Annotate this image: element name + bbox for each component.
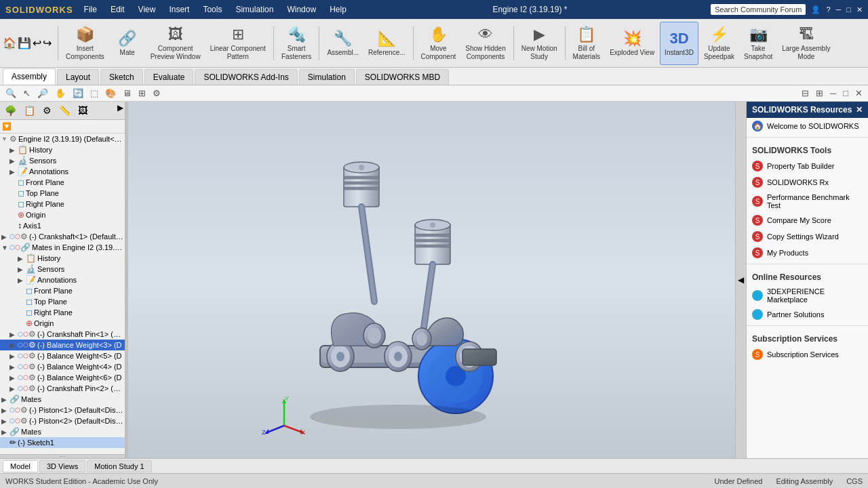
sec-appearance-icon[interactable]: 🎨 [102,87,119,99]
tab-layout[interactable]: Layout [57,69,99,85]
property-manager-icon[interactable]: 📋 [20,103,39,118]
piston1-expand[interactable]: ▶ [1,407,9,414]
tree-mates-engine[interactable]: ▼ ⬡ ⬡ 🔗 Mates in Engine I2 (3.19.19) [0,242,125,253]
menu-file[interactable]: File [81,3,100,16]
piston2-expand[interactable]: ▶ [1,418,9,425]
tab-evaluate[interactable]: Evaluate [144,69,194,85]
sensors-sub-expand[interactable]: ▶ [18,266,26,273]
tree-axis1[interactable]: ▶ ↕ Axis1 [0,220,125,231]
sec-restore-icon[interactable]: □ [840,87,851,99]
tree-balance-weight4[interactable]: ▶ ⬡ ⬡ ⚙ (-) Balance Weight<4> (D [0,361,125,372]
resources-panel-close-icon[interactable]: ✕ [856,105,863,115]
annotations-sub-expand[interactable]: ▶ [18,277,26,284]
minimize-btn[interactable]: ─ [836,5,842,14]
help-icon[interactable]: ? [826,5,830,14]
tree-balance-weight5[interactable]: ▶ ⬡ ⬡ ⚙ (-) Balance Weight<5> (D [0,350,125,361]
sec-search-icon[interactable]: 🔍 [3,87,19,99]
perf-benchmark-item[interactable]: S Performance Benchmark Test [747,190,868,212]
sec-display-icon[interactable]: 🖥 [120,87,134,99]
panel-expand-icon[interactable]: ▶ [117,103,123,118]
mates-engine-expand[interactable]: ▼ [1,244,9,251]
right-panel-toggle[interactable]: ◀ [735,102,746,458]
tab-3d-views[interactable]: 3D Views [39,460,85,472]
sec-section-icon[interactable]: ⬚ [87,87,101,99]
tab-simulation[interactable]: Simulation [299,69,355,85]
tree-front-plane-sub[interactable]: ▶ ◻ Front Plane [0,285,125,296]
history-sub-expand[interactable]: ▶ [18,255,26,262]
menu-tools[interactable]: Tools [200,3,224,16]
smart-fasteners-btn[interactable]: 🔩 SmartFasteners [277,22,315,65]
annotations-expand[interactable]: ▶ [9,168,18,176]
tab-sketch[interactable]: Sketch [100,69,143,85]
subscription-services-item[interactable]: S Subscription Services [747,346,868,363]
copy-settings-item[interactable]: S Copy Settings Wizard [747,228,868,245]
3dexperience-item[interactable]: 🌐 3DEXPERIENCE Marketplace [747,285,868,306]
undo-icon[interactable]: ↩ [33,37,41,49]
tab-motion-study-1[interactable]: Motion Study 1 [87,460,151,472]
tree-front-plane[interactable]: ▶ ◻ Front Plane [0,177,125,188]
compare-score-item[interactable]: S Compare My Score [747,212,868,228]
bw3-expand[interactable]: ▶ [9,342,18,349]
history-expand[interactable]: ▶ [9,146,18,154]
tab-assembly[interactable]: Assembly [3,68,56,85]
crankshaft1-expand[interactable]: ▶ [1,233,9,241]
menu-edit[interactable]: Edit [108,3,127,16]
save-icon[interactable]: 💾 [18,37,31,49]
sec-settings-icon[interactable]: ⚙ [150,87,163,99]
mate-btn[interactable]: 🔗 Mate [110,22,145,65]
sec-rotate-icon[interactable]: 🔄 [70,87,86,99]
menu-insert[interactable]: Insert [166,3,192,16]
my-products-item[interactable]: S My Products [747,245,868,261]
sec-min-icon[interactable]: ─ [827,87,839,99]
linear-pattern-btn[interactable]: ⊞ Linear ComponentPattern [206,22,270,65]
sec-zoom-icon[interactable]: 🔎 [35,87,51,99]
tree-balance-weight3[interactable]: ▶ ⬡ ⬡ ⚙ (-) Balance Weight<3> (D [0,340,125,350]
config-manager-icon[interactable]: ⚙ [39,103,55,118]
mates2-expand[interactable]: ▶ [1,428,9,436]
tree-right-plane-sub[interactable]: ▶ ◻ Right Plane [0,307,125,318]
user-icon[interactable]: 👤 [811,5,821,14]
instant3d-btn[interactable]: 3D Instant3D [660,22,698,65]
property-tab-builder-item[interactable]: S Property Tab Builder [747,158,868,174]
show-hidden-btn[interactable]: 👁 Show HiddenComponents [461,22,509,65]
menu-help[interactable]: Help [327,3,349,16]
tree-sensors-sub[interactable]: ▶ 🔬 Sensors [0,264,125,274]
large-assembly-btn[interactable]: 🏗 Large AssemblyMode [778,22,834,65]
sensors-expand[interactable]: ▶ [9,157,18,165]
tree-history-sub[interactable]: ▶ 📋 History [0,253,125,264]
mates-expand[interactable]: ▶ [1,396,9,403]
sw-rx-item[interactable]: S SOLIDWORKS Rx [747,174,868,190]
tree-origin[interactable]: ▶ ⊕ Origin [0,209,125,220]
exploded-view-btn[interactable]: 💥 Exploded View [606,22,658,65]
tree-mates2[interactable]: ▶ 🔗 Mates [0,426,125,437]
viewport[interactable]: Y X Z [128,102,735,458]
menu-window[interactable]: Window [284,3,319,16]
menu-view[interactable]: View [136,3,159,16]
insert-components-btn[interactable]: 📦 InsertComponents [62,22,108,65]
tree-history[interactable]: ▶ 📋 History [0,144,125,155]
tree-top-plane-sub[interactable]: ▶ ◻ Top Plane [0,296,125,307]
bw5-expand[interactable]: ▶ [9,352,18,360]
reference-btn[interactable]: 📐 Reference... [364,22,409,65]
menu-simulation[interactable]: Simulation [233,3,276,16]
sec-full-icon[interactable]: ⊞ [813,87,826,99]
home-icon[interactable]: 🏠 [3,37,16,49]
tab-solidworks-mbd[interactable]: SOLIDWORKS MBD [356,69,449,85]
tab-model[interactable]: Model [3,460,38,472]
tab-solidworks-addins[interactable]: SOLIDWORKS Add-Ins [195,69,297,85]
tree-mates[interactable]: ▶ 🔗 Mates [0,394,125,405]
tree-piston2[interactable]: ▶ ⬡ ⬡ ⚙ (-) Piston<2> (Default<Display S [0,415,125,426]
update-speedpak-btn[interactable]: ⚡ UpdateSpeedpak [700,22,738,65]
tree-annotations[interactable]: ▶ 📝 Annotations [0,166,125,177]
dim-expert-icon[interactable]: 📏 [56,103,74,118]
tree-root[interactable]: ▼ ⚙ Engine I2 (3.19.19) (Default<Disp [0,134,125,144]
tree-crankpin1[interactable]: ▶ ⬡ ⬡ ⚙ (-) Crankshaft Pin<1> (Def [0,329,125,340]
bw4-expand[interactable]: ▶ [9,363,18,371]
tree-crankpin2[interactable]: ▶ ⬡ ⬡ ⚙ (-) Crankshaft Pin<2> (Def [0,383,125,394]
new-motion-btn[interactable]: ▶ New MotionStudy [517,22,561,65]
tree-piston1[interactable]: ▶ ⬡ ⬡ ⚙ (-) Piston<1> (Default<Display S [0,405,125,415]
sec-split-icon[interactable]: ⊟ [799,87,812,99]
bill-of-materials-btn[interactable]: 📋 Bill ofMaterials [569,22,605,65]
tree-top-plane[interactable]: ▶ ◻ Top Plane [0,188,125,199]
assembly-btn[interactable]: 🔧 Assembl... [323,22,363,65]
